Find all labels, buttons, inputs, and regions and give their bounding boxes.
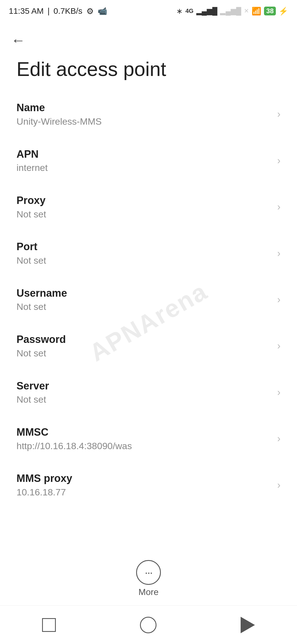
settings-item-name[interactable]: Name Unity-Wireless-MMS › — [0, 91, 297, 137]
item-label-port: Port — [16, 241, 272, 253]
signal-icon: ▂▄▆█ — [196, 7, 218, 15]
chevron-right-icon-server: › — [277, 387, 280, 398]
item-value-name: Unity-Wireless-MMS — [16, 116, 272, 127]
item-value-port: Not set — [16, 255, 272, 266]
item-value-server: Not set — [16, 394, 272, 405]
item-value-mms-proxy: 10.16.18.77 — [16, 487, 272, 498]
status-right: ∗ 4G ▂▄▆█ ▂▄▆█ ✕ 📶 38 ⚡ — [176, 7, 288, 16]
more-icon: ··· — [136, 560, 161, 585]
item-label-apn: APN — [16, 148, 272, 161]
item-content-apn: APN internet — [16, 148, 272, 173]
nav-home-button[interactable] — [129, 611, 167, 639]
status-bar: 11:35 AM | 0.7KB/s ⚙ 📹 ∗ 4G ▂▄▆█ ▂▄▆█ ✕ … — [0, 0, 297, 22]
video-icon: 📹 — [98, 7, 107, 16]
settings-item-password[interactable]: Password Not set › — [0, 323, 297, 369]
item-content-port: Port Not set — [16, 241, 272, 266]
item-label-server: Server — [16, 380, 272, 392]
network-speed: 0.7KB/s — [54, 6, 82, 16]
settings-item-mmsc[interactable]: MMSC http://10.16.18.4:38090/was › — [0, 416, 297, 462]
settings-icon: ⚙ — [86, 6, 94, 16]
wifi-icon: 📶 — [252, 7, 261, 16]
settings-item-username[interactable]: Username Not set › — [0, 277, 297, 323]
item-value-apn: internet — [16, 162, 272, 173]
chevron-right-icon-port: › — [277, 248, 280, 259]
item-value-mmsc: http://10.16.18.4:38090/was — [16, 440, 272, 452]
cross-signal-icon: ✕ — [244, 7, 249, 15]
item-label-mmsc: MMSC — [16, 426, 272, 439]
bluetooth-icon: ∗ — [176, 7, 183, 16]
home-icon — [140, 617, 156, 633]
item-content-mms-proxy: MMS proxy 10.16.18.77 — [16, 472, 272, 498]
nav-back-button[interactable] — [230, 611, 266, 639]
battery-indicator: 38 — [264, 7, 276, 15]
settings-item-server[interactable]: Server Not set › — [0, 369, 297, 416]
item-content-mmsc: MMSC http://10.16.18.4:38090/was — [16, 426, 272, 451]
item-value-proxy: Not set — [16, 209, 272, 220]
time-display: 11:35 AM — [9, 6, 44, 16]
item-label-password: Password — [16, 333, 272, 346]
more-button[interactable]: ··· More — [125, 557, 172, 600]
item-label-proxy: Proxy — [16, 194, 272, 207]
item-label-mms-proxy: MMS proxy — [16, 472, 272, 485]
status-left: 11:35 AM | 0.7KB/s ⚙ 📹 — [9, 6, 107, 16]
4g-icon: 4G — [185, 7, 193, 15]
nav-recent-button[interactable] — [31, 613, 67, 637]
item-label-username: Username — [16, 287, 272, 300]
item-content-password: Password Not set — [16, 333, 272, 359]
recent-apps-icon — [42, 618, 56, 632]
chevron-right-icon-password: › — [277, 340, 280, 352]
item-content-name: Name Unity-Wireless-MMS — [16, 102, 272, 127]
item-value-username: Not set — [16, 301, 272, 312]
more-label: More — [139, 587, 159, 597]
settings-item-apn[interactable]: APN internet › — [0, 138, 297, 184]
item-content-proxy: Proxy Not set — [16, 194, 272, 220]
settings-item-mms-proxy[interactable]: MMS proxy 10.16.18.77 › — [0, 462, 297, 508]
signal2-icon: ▂▄▆█ — [220, 7, 241, 15]
item-value-password: Not set — [16, 348, 272, 359]
item-content-username: Username Not set — [16, 287, 272, 312]
more-button-area: ··· More — [0, 557, 297, 600]
chevron-right-icon-proxy: › — [277, 201, 280, 213]
settings-item-proxy[interactable]: Proxy Not set › — [0, 184, 297, 230]
chevron-right-icon-apn: › — [277, 155, 280, 167]
chevron-right-icon-mmsc: › — [277, 433, 280, 444]
settings-item-port[interactable]: Port Not set › — [0, 230, 297, 276]
settings-list: Name Unity-Wireless-MMS › APN internet ›… — [0, 91, 297, 508]
chevron-right-icon-name: › — [277, 108, 280, 120]
charging-icon: ⚡ — [279, 7, 288, 16]
back-button[interactable]: ← — [11, 30, 25, 50]
item-label-name: Name — [16, 102, 272, 114]
page-title: Edit access point — [0, 53, 297, 91]
speed-display: | — [48, 6, 50, 16]
item-content-server: Server Not set — [16, 380, 272, 405]
back-arrow-icon: ← — [11, 33, 25, 47]
nav-bar — [0, 605, 297, 644]
back-area: ← — [0, 22, 297, 53]
chevron-right-icon-username: › — [277, 294, 280, 305]
back-icon — [241, 617, 255, 633]
chevron-right-icon-mms-proxy: › — [277, 479, 280, 491]
